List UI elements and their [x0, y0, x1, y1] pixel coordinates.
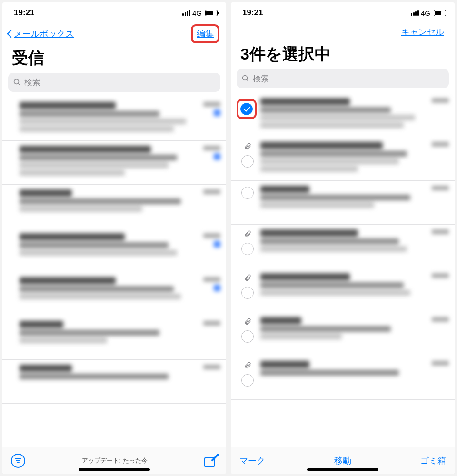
filter-button[interactable] — [11, 454, 25, 468]
row-checkbox[interactable] — [241, 155, 254, 168]
row-checkbox[interactable] — [241, 330, 254, 343]
status-right: 4G — [182, 9, 218, 17]
row-checkbox[interactable] — [241, 287, 254, 299]
row-checkbox[interactable] — [240, 103, 253, 115]
compose-button[interactable] — [204, 454, 218, 467]
nav-bar: キャンセル — [231, 21, 455, 43]
trash-button[interactable]: ゴミ箱 — [420, 455, 446, 466]
signal-icon — [411, 10, 419, 16]
paperclip-icon — [244, 230, 251, 240]
paperclip-icon — [244, 143, 251, 152]
mail-row[interactable] — [2, 316, 226, 360]
battery-icon — [205, 10, 218, 16]
mail-row[interactable] — [231, 93, 455, 137]
status-time: 19:21 — [242, 8, 263, 18]
search-input[interactable]: 検索 — [237, 69, 449, 88]
mail-row[interactable] — [231, 137, 455, 181]
row-checkbox[interactable] — [241, 187, 254, 199]
mail-row[interactable] — [231, 356, 455, 400]
move-button[interactable]: 移動 — [334, 455, 351, 466]
phone-right: 19:21 4G キャンセル 3件を選択中 検索 — [231, 2, 455, 474]
mail-row[interactable] — [231, 312, 455, 356]
signal-icon — [182, 10, 190, 16]
mail-list[interactable] — [2, 97, 226, 447]
page-title: 3件を選択中 — [231, 43, 455, 69]
mail-row[interactable] — [2, 185, 226, 228]
status-right: 4G — [411, 9, 446, 17]
paperclip-icon — [244, 362, 251, 371]
chevron-left-icon — [6, 29, 13, 39]
cancel-button[interactable]: キャンセル — [397, 24, 448, 40]
search-placeholder: 検索 — [24, 77, 40, 88]
svg-point-0 — [14, 79, 19, 84]
row-checkbox[interactable] — [241, 374, 254, 387]
home-indicator[interactable] — [79, 468, 150, 471]
search-icon — [13, 78, 21, 87]
mark-button[interactable]: マーク — [239, 455, 265, 466]
network-label: 4G — [192, 9, 202, 17]
paperclip-icon — [244, 318, 251, 327]
paperclip-icon — [244, 274, 251, 284]
svg-point-2 — [243, 76, 248, 80]
mail-list-edit[interactable] — [231, 93, 455, 447]
status-time: 19:21 — [14, 8, 34, 18]
search-wrap: 検索 — [2, 73, 226, 97]
mail-row[interactable] — [2, 141, 226, 185]
mail-row[interactable] — [2, 228, 226, 272]
status-bar: 19:21 4G — [2, 2, 226, 21]
phone-left: 19:21 4G メールボックス 編集 受信 検索 — [2, 2, 226, 474]
filter-icon — [15, 458, 21, 463]
highlight-box — [237, 99, 257, 119]
battery-icon — [434, 10, 446, 16]
svg-line-1 — [18, 83, 20, 85]
mail-row[interactable] — [2, 272, 226, 316]
search-input[interactable]: 検索 — [8, 73, 220, 92]
status-bar: 19:21 4G — [231, 2, 455, 21]
svg-line-3 — [247, 79, 248, 81]
mail-row[interactable] — [2, 97, 226, 141]
search-wrap: 検索 — [231, 69, 455, 93]
home-indicator[interactable] — [307, 468, 378, 471]
search-icon — [241, 74, 250, 83]
edit-button[interactable]: 編集 — [191, 24, 219, 43]
mail-row[interactable] — [2, 360, 226, 404]
search-placeholder: 検索 — [253, 73, 269, 84]
update-status: アップデート: たった今 — [25, 456, 204, 465]
back-button[interactable]: メールボックス — [6, 28, 74, 40]
row-checkbox[interactable] — [241, 243, 254, 255]
nav-bar: メールボックス 編集 — [2, 21, 226, 47]
mail-row[interactable] — [231, 181, 455, 225]
back-label: メールボックス — [14, 28, 74, 40]
network-label: 4G — [421, 9, 430, 17]
mail-row[interactable] — [231, 225, 455, 268]
page-title: 受信 — [2, 47, 226, 73]
mail-row[interactable] — [231, 268, 455, 312]
